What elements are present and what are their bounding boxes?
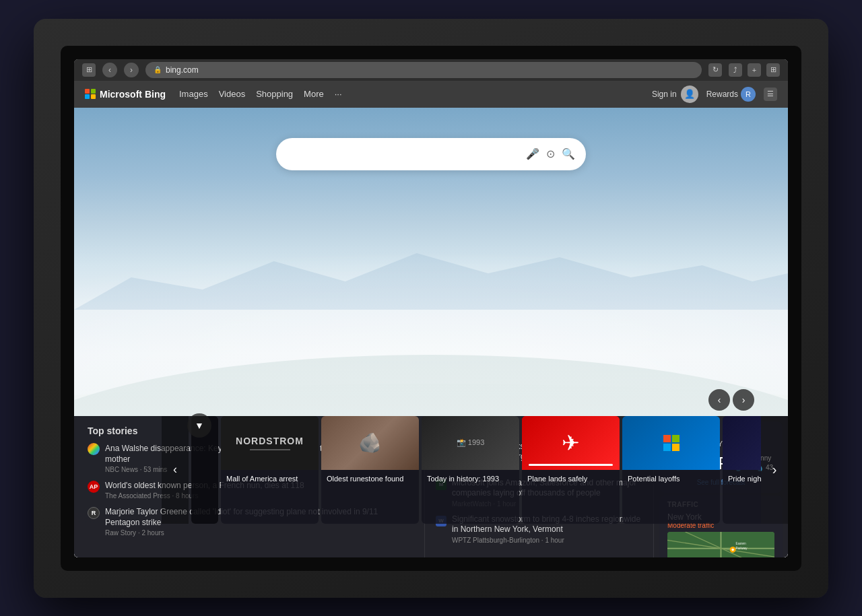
nav-more-dots[interactable]: ··· [335, 89, 342, 99]
search-icons: 🎤 ⊙ 🔍 [526, 147, 575, 160]
new-tab-button[interactable]: + [748, 63, 761, 77]
right-meta-3: WPTZ Plattsburgh-Burlington · 1 hour [452, 537, 642, 544]
bing-logo[interactable]: Microsoft Bing [85, 89, 166, 100]
window-controls: ⊞ [82, 63, 96, 77]
sign-in-button[interactable]: Sign in 👤 [652, 85, 698, 103]
carousel-next-button[interactable]: › [761, 416, 788, 524]
sign-in-label: Sign in [652, 90, 677, 99]
window-layout-btn[interactable]: ⊞ [82, 63, 96, 77]
news-carousel: ‹ NORDSTROM [74, 416, 788, 524]
avatar: 👤 [681, 85, 698, 103]
rewards-icon: R [741, 87, 756, 102]
address-bar[interactable]: 🔒 bing.com [145, 62, 702, 78]
news-card-mall[interactable]: NORDSTROM Mall of America arrest [221, 416, 319, 524]
svg-point-6 [731, 548, 734, 551]
chevron-down-icon: ▼ [195, 420, 204, 431]
news-card-microsoft[interactable]: 📍 Happy birthday, White Sands! [622, 416, 720, 524]
card-image-nordstrom: NORDSTROM [221, 416, 319, 470]
card-label-microsoft: Potential layoffs [622, 470, 720, 487]
news-card-history[interactable]: 📸 1993 Today in history: 1993 [422, 416, 519, 524]
nav-videos[interactable]: Videos [219, 89, 246, 99]
card-image-hockey: 🏒 [723, 416, 761, 470]
card-label-hockey: Pride night boycott [723, 470, 761, 487]
search-bar[interactable]: 🎤 ⊙ 🔍 [276, 138, 586, 170]
grid-button[interactable]: ⊞ [766, 63, 780, 77]
cards-container: NORDSTROM Mall of America arrest [189, 416, 761, 524]
nav-images[interactable]: Images [179, 89, 208, 99]
card-label-history: Today in history: 1993 [422, 470, 519, 487]
bing-logo-text: Microsoft Bing [100, 89, 166, 100]
card-image-microsoft [622, 416, 720, 470]
ms-logo-icon [85, 89, 96, 100]
bing-nav: Images Videos Shopping More ··· [179, 89, 342, 99]
browser-chrome: ⊞ ‹ › 🔒 bing.com ↻ ⤴ + ⊞ [74, 59, 788, 108]
laptop-screen: ⊞ ‹ › 🔒 bing.com ↻ ⤴ + ⊞ [74, 59, 788, 557]
rewards-label: Rewards [706, 90, 738, 99]
carousel-prev-button[interactable]: ‹ [162, 416, 189, 524]
meta-3: Raw Story · 2 hours [105, 529, 411, 537]
news-card-runestone[interactable]: 🪨 Oldest runestone found [321, 416, 419, 524]
search-icon[interactable]: 🔍 [562, 147, 575, 160]
browser-navbar: Microsoft Bing Images Videos Shopping Mo… [74, 81, 788, 108]
browser-content: 🎤 ⊙ 🔍 ▼ ‹ [74, 108, 788, 557]
card-image-runestone: 🪨 [321, 416, 419, 470]
browser-actions: Sign in 👤 Rewards R ☰ [652, 85, 777, 103]
url-text: bing.com [166, 65, 199, 75]
search-container: 🎤 ⊙ 🔍 [276, 138, 586, 170]
svg-text:Parkway: Parkway [736, 546, 748, 549]
microsoft-logo-icon [663, 435, 679, 451]
card-label-plane: Plane lands safely [522, 470, 620, 487]
laptop-shell: ⊞ ‹ › 🔒 bing.com ↻ ⤴ + ⊞ [34, 19, 828, 598]
camera-icon[interactable]: ⊙ [546, 147, 555, 160]
search-input[interactable] [287, 148, 526, 160]
news-card-plane[interactable]: ✈ Plane lands safely [522, 416, 620, 524]
nav-more[interactable]: More [304, 89, 324, 99]
svg-text:Eastern: Eastern [736, 542, 747, 545]
card-image-history: 📸 1993 [422, 416, 519, 470]
back-button[interactable]: ‹ [102, 63, 117, 77]
collapse-button[interactable]: ▼ [187, 413, 211, 438]
hamburger-menu[interactable]: ☰ [764, 88, 777, 101]
microphone-icon[interactable]: 🎤 [526, 147, 539, 160]
reload-button[interactable]: ↻ [708, 63, 722, 77]
forward-button[interactable]: › [124, 63, 139, 77]
screen-bezel: ⊞ ‹ › 🔒 bing.com ↻ ⤴ + ⊞ [61, 46, 801, 571]
traffic-map[interactable]: Eastern Parkway [667, 532, 774, 557]
news-card-hockey[interactable]: 🏒 Pride night boycott [723, 416, 761, 524]
card-label-mall: Mall of America arrest [221, 470, 319, 487]
card-label-runestone: Oldest runestone found [321, 470, 419, 487]
share-button[interactable]: ⤴ [729, 63, 742, 77]
browser-titlebar: ⊞ ‹ › 🔒 bing.com ↻ ⤴ + ⊞ [74, 59, 788, 81]
nav-shopping[interactable]: Shopping [256, 89, 293, 99]
card-image-qantas: ✈ [522, 416, 620, 470]
lock-icon: 🔒 [154, 66, 162, 73]
rewards-button[interactable]: Rewards R [706, 87, 756, 102]
